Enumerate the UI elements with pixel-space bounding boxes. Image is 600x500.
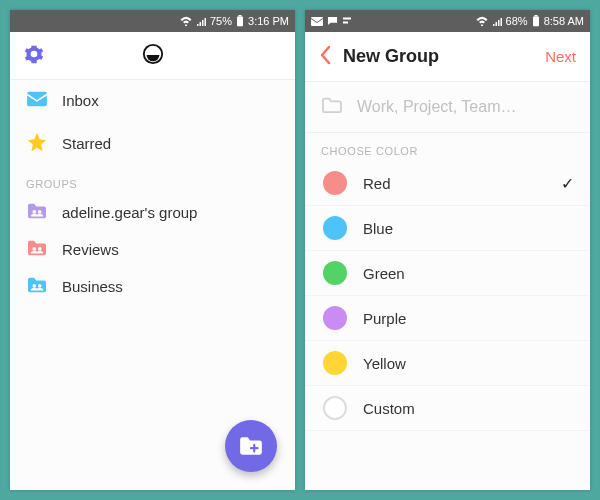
nav-item-label: Inbox	[62, 92, 99, 109]
screen-groups-list: 75% 3:16 PM Inbox Starred GROUPS adeline…	[10, 10, 295, 490]
wifi-icon	[180, 16, 192, 26]
color-option-custom[interactable]: Custom	[305, 386, 590, 431]
color-label: Custom	[363, 400, 415, 417]
group-item[interactable]: adeline.gear's group	[10, 194, 295, 231]
group-label: Reviews	[62, 241, 119, 258]
clock: 8:58 AM	[544, 15, 584, 27]
color-label: Purple	[363, 310, 406, 327]
app-logo-icon	[142, 43, 164, 69]
group-label: adeline.gear's group	[62, 204, 197, 221]
color-swatch	[323, 351, 347, 375]
folder-outline-icon	[321, 96, 343, 118]
svg-rect-10	[343, 18, 351, 20]
color-label: Red	[363, 175, 391, 192]
battery-percent: 75%	[210, 15, 232, 27]
color-swatch	[323, 396, 347, 420]
section-label-groups: GROUPS	[10, 166, 295, 194]
signal-icon	[196, 16, 206, 26]
group-name-input[interactable]: Work, Project, Team…	[305, 82, 590, 133]
group-folder-icon	[26, 202, 48, 223]
color-label: Green	[363, 265, 405, 282]
screen-new-group: 68% 8:58 AM New Group Next Work, Project…	[305, 10, 590, 490]
input-placeholder: Work, Project, Team…	[357, 98, 516, 116]
group-label: Business	[62, 278, 123, 295]
svg-point-3	[33, 210, 37, 214]
svg-point-8	[38, 284, 42, 288]
color-option-yellow[interactable]: Yellow	[305, 341, 590, 386]
color-option-purple[interactable]: Purple	[305, 296, 590, 341]
nav-item-inbox[interactable]: Inbox	[10, 80, 295, 121]
group-item[interactable]: Business	[10, 268, 295, 305]
mail-icon	[311, 17, 323, 26]
check-icon: ✓	[561, 174, 574, 193]
svg-point-5	[33, 247, 37, 251]
group-item[interactable]: Reviews	[10, 231, 295, 268]
color-option-red[interactable]: Red ✓	[305, 161, 590, 206]
star-icon	[26, 131, 48, 156]
status-bar: 75% 3:16 PM	[10, 10, 295, 32]
nav-item-label: Starred	[62, 135, 111, 152]
back-button[interactable]	[319, 45, 333, 69]
color-label: Blue	[363, 220, 393, 237]
section-label-choose-color: CHOOSE COLOR	[305, 133, 590, 161]
svg-rect-11	[343, 22, 348, 24]
group-folder-icon	[26, 239, 48, 260]
nav-bar: New Group Next	[305, 32, 590, 82]
color-option-green[interactable]: Green	[305, 251, 590, 296]
page-title: New Group	[343, 46, 439, 67]
svg-rect-9	[311, 17, 323, 26]
next-button[interactable]: Next	[545, 48, 576, 65]
svg-rect-0	[237, 17, 243, 27]
battery-icon	[236, 15, 244, 27]
color-swatch	[323, 306, 347, 330]
clock: 3:16 PM	[248, 15, 289, 27]
wifi-icon	[476, 16, 488, 26]
svg-point-7	[33, 284, 37, 288]
settings-icon[interactable]	[24, 44, 44, 68]
color-swatch	[323, 261, 347, 285]
status-bar: 68% 8:58 AM	[305, 10, 590, 32]
app-indicator-icon	[342, 16, 352, 26]
color-label: Yellow	[363, 355, 406, 372]
signal-icon	[492, 16, 502, 26]
chevron-left-icon	[319, 45, 333, 65]
app-bar	[10, 32, 295, 80]
svg-point-4	[38, 210, 42, 214]
color-swatch	[323, 171, 347, 195]
battery-icon	[532, 15, 540, 27]
svg-rect-1	[239, 15, 242, 17]
battery-percent: 68%	[506, 15, 528, 27]
nav-item-starred[interactable]: Starred	[10, 121, 295, 166]
fab-new-group[interactable]	[225, 420, 277, 472]
inbox-icon	[26, 90, 48, 111]
color-option-blue[interactable]: Blue	[305, 206, 590, 251]
group-folder-icon	[26, 276, 48, 297]
color-swatch	[323, 216, 347, 240]
svg-rect-12	[533, 17, 539, 27]
svg-point-6	[38, 247, 42, 251]
svg-rect-13	[534, 15, 537, 17]
folder-plus-icon	[238, 435, 264, 457]
chat-icon	[327, 16, 338, 26]
